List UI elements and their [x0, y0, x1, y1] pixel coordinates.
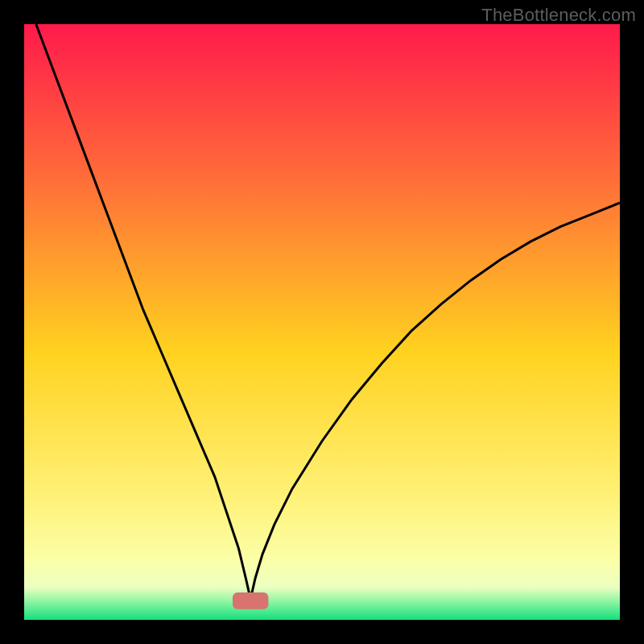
- plot-area: [24, 24, 620, 620]
- chart-frame: TheBottleneck.com: [0, 0, 644, 644]
- plot-svg: [24, 24, 620, 620]
- gradient-background: [24, 24, 620, 620]
- watermark-label: TheBottleneck.com: [481, 5, 636, 26]
- optimal-marker: [233, 592, 268, 609]
